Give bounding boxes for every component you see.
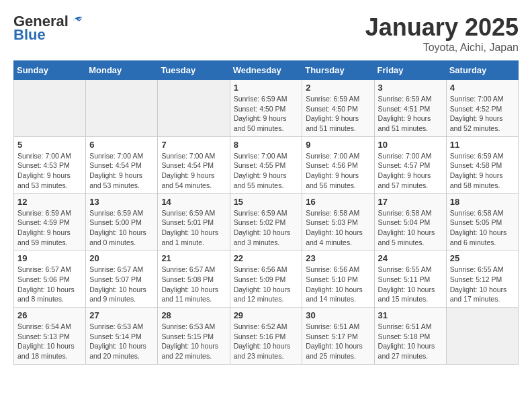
day-detail: Sunrise: 6:57 AM Sunset: 5:07 PM Dayligh… bbox=[89, 265, 154, 304]
day-number: 25 bbox=[450, 253, 515, 263]
day-number: 4 bbox=[450, 83, 515, 93]
calendar-cell: 26Sunrise: 6:54 AM Sunset: 5:13 PM Dayli… bbox=[14, 308, 86, 365]
calendar-cell: 10Sunrise: 7:00 AM Sunset: 4:57 PM Dayli… bbox=[374, 136, 446, 193]
calendar-cell: 12Sunrise: 6:59 AM Sunset: 4:59 PM Dayli… bbox=[14, 193, 86, 250]
day-number: 22 bbox=[234, 253, 299, 263]
day-detail: Sunrise: 6:55 AM Sunset: 5:12 PM Dayligh… bbox=[450, 265, 515, 304]
calendar-cell: 30Sunrise: 6:51 AM Sunset: 5:17 PM Dayli… bbox=[302, 308, 374, 365]
day-detail: Sunrise: 7:00 AM Sunset: 4:55 PM Dayligh… bbox=[234, 151, 299, 191]
day-detail: Sunrise: 6:59 AM Sunset: 4:50 PM Dayligh… bbox=[306, 94, 370, 134]
day-detail: Sunrise: 6:56 AM Sunset: 5:10 PM Dayligh… bbox=[306, 265, 370, 304]
calendar-cell: 14Sunrise: 6:59 AM Sunset: 5:01 PM Dayli… bbox=[158, 193, 230, 250]
page-header: General Blue January 2025 Toyota, Aichi,… bbox=[13, 13, 519, 54]
calendar-cell: 3Sunrise: 6:59 AM Sunset: 4:51 PM Daylig… bbox=[374, 80, 446, 137]
day-number: 9 bbox=[306, 140, 370, 150]
calendar-cell: 8Sunrise: 7:00 AM Sunset: 4:55 PM Daylig… bbox=[230, 136, 302, 193]
day-detail: Sunrise: 6:54 AM Sunset: 5:13 PM Dayligh… bbox=[17, 322, 82, 361]
calendar-cell bbox=[14, 80, 86, 137]
day-detail: Sunrise: 7:00 AM Sunset: 4:52 PM Dayligh… bbox=[450, 94, 515, 134]
weekday-header: Wednesday bbox=[230, 61, 302, 80]
day-number: 30 bbox=[306, 310, 370, 320]
day-detail: Sunrise: 6:57 AM Sunset: 5:08 PM Dayligh… bbox=[161, 265, 226, 304]
day-number: 13 bbox=[89, 197, 154, 207]
day-detail: Sunrise: 6:55 AM Sunset: 5:11 PM Dayligh… bbox=[378, 265, 443, 304]
calendar-cell: 17Sunrise: 6:58 AM Sunset: 5:04 PM Dayli… bbox=[374, 193, 446, 250]
day-number: 3 bbox=[378, 83, 443, 93]
calendar-cell bbox=[446, 308, 518, 365]
calendar-cell: 15Sunrise: 6:59 AM Sunset: 5:02 PM Dayli… bbox=[230, 193, 302, 250]
day-number: 26 bbox=[17, 310, 82, 320]
day-detail: Sunrise: 6:59 AM Sunset: 4:58 PM Dayligh… bbox=[450, 151, 515, 191]
calendar-cell: 25Sunrise: 6:55 AM Sunset: 5:12 PM Dayli… bbox=[446, 250, 518, 308]
calendar-title: January 2025 bbox=[365, 13, 519, 42]
title-block: January 2025 Toyota, Aichi, Japan bbox=[365, 13, 519, 54]
calendar-cell: 24Sunrise: 6:55 AM Sunset: 5:11 PM Dayli… bbox=[374, 250, 446, 308]
day-detail: Sunrise: 6:59 AM Sunset: 5:01 PM Dayligh… bbox=[161, 208, 226, 248]
day-number: 15 bbox=[234, 197, 299, 207]
calendar-cell bbox=[158, 80, 230, 137]
calendar-cell: 16Sunrise: 6:58 AM Sunset: 5:03 PM Dayli… bbox=[302, 193, 374, 250]
day-number: 10 bbox=[378, 140, 443, 150]
day-number: 23 bbox=[306, 253, 370, 263]
day-number: 18 bbox=[450, 197, 515, 207]
calendar-cell: 29Sunrise: 6:52 AM Sunset: 5:16 PM Dayli… bbox=[230, 308, 302, 365]
day-detail: Sunrise: 6:59 AM Sunset: 4:50 PM Dayligh… bbox=[234, 94, 299, 134]
day-detail: Sunrise: 6:59 AM Sunset: 5:02 PM Dayligh… bbox=[234, 208, 299, 248]
calendar-week-row: 5Sunrise: 7:00 AM Sunset: 4:53 PM Daylig… bbox=[14, 136, 519, 193]
day-number: 11 bbox=[450, 140, 515, 150]
day-number: 8 bbox=[234, 140, 299, 150]
day-detail: Sunrise: 6:51 AM Sunset: 5:17 PM Dayligh… bbox=[306, 322, 370, 361]
calendar-subtitle: Toyota, Aichi, Japan bbox=[365, 42, 519, 54]
calendar-cell: 6Sunrise: 7:00 AM Sunset: 4:54 PM Daylig… bbox=[86, 136, 158, 193]
calendar-cell: 18Sunrise: 6:58 AM Sunset: 5:05 PM Dayli… bbox=[446, 193, 518, 250]
calendar-week-row: 1Sunrise: 6:59 AM Sunset: 4:50 PM Daylig… bbox=[14, 80, 519, 137]
day-detail: Sunrise: 6:53 AM Sunset: 5:15 PM Dayligh… bbox=[161, 322, 226, 361]
day-number: 1 bbox=[234, 83, 299, 93]
calendar-cell bbox=[86, 80, 158, 137]
calendar-cell: 4Sunrise: 7:00 AM Sunset: 4:52 PM Daylig… bbox=[446, 80, 518, 137]
calendar-cell: 28Sunrise: 6:53 AM Sunset: 5:15 PM Dayli… bbox=[158, 308, 230, 365]
calendar-week-row: 12Sunrise: 6:59 AM Sunset: 4:59 PM Dayli… bbox=[14, 193, 519, 250]
logo-bird-icon bbox=[70, 13, 85, 28]
weekday-header: Tuesday bbox=[158, 61, 230, 80]
calendar-cell: 20Sunrise: 6:57 AM Sunset: 5:07 PM Dayli… bbox=[86, 250, 158, 308]
day-number: 31 bbox=[378, 310, 443, 320]
day-number: 28 bbox=[161, 310, 226, 320]
calendar-cell: 9Sunrise: 7:00 AM Sunset: 4:56 PM Daylig… bbox=[302, 136, 374, 193]
day-number: 12 bbox=[17, 197, 82, 207]
day-detail: Sunrise: 6:58 AM Sunset: 5:04 PM Dayligh… bbox=[378, 208, 443, 248]
day-detail: Sunrise: 6:52 AM Sunset: 5:16 PM Dayligh… bbox=[234, 322, 299, 361]
day-detail: Sunrise: 7:00 AM Sunset: 4:56 PM Dayligh… bbox=[306, 151, 370, 191]
day-number: 24 bbox=[378, 253, 443, 263]
day-number: 7 bbox=[161, 140, 226, 150]
day-number: 20 bbox=[89, 253, 154, 263]
weekday-header-row: SundayMondayTuesdayWednesdayThursdayFrid… bbox=[14, 61, 519, 80]
calendar-cell: 31Sunrise: 6:51 AM Sunset: 5:18 PM Dayli… bbox=[374, 308, 446, 365]
logo: General Blue bbox=[13, 13, 85, 43]
weekday-header: Monday bbox=[86, 61, 158, 80]
calendar-cell: 21Sunrise: 6:57 AM Sunset: 5:08 PM Dayli… bbox=[158, 250, 230, 308]
day-detail: Sunrise: 7:00 AM Sunset: 4:53 PM Dayligh… bbox=[17, 151, 82, 191]
calendar-cell: 11Sunrise: 6:59 AM Sunset: 4:58 PM Dayli… bbox=[446, 136, 518, 193]
calendar-cell: 2Sunrise: 6:59 AM Sunset: 4:50 PM Daylig… bbox=[302, 80, 374, 137]
calendar-cell: 7Sunrise: 7:00 AM Sunset: 4:54 PM Daylig… bbox=[158, 136, 230, 193]
calendar-week-row: 19Sunrise: 6:57 AM Sunset: 5:06 PM Dayli… bbox=[14, 250, 519, 308]
day-number: 2 bbox=[306, 83, 370, 93]
day-number: 6 bbox=[89, 140, 154, 150]
day-number: 27 bbox=[89, 310, 154, 320]
calendar-cell: 19Sunrise: 6:57 AM Sunset: 5:06 PM Dayli… bbox=[14, 250, 86, 308]
day-detail: Sunrise: 6:59 AM Sunset: 4:59 PM Dayligh… bbox=[17, 208, 82, 248]
day-number: 16 bbox=[306, 197, 370, 207]
calendar-week-row: 26Sunrise: 6:54 AM Sunset: 5:13 PM Dayli… bbox=[14, 308, 519, 365]
day-detail: Sunrise: 6:53 AM Sunset: 5:14 PM Dayligh… bbox=[89, 322, 154, 361]
day-detail: Sunrise: 6:51 AM Sunset: 5:18 PM Dayligh… bbox=[378, 322, 443, 361]
day-number: 17 bbox=[378, 197, 443, 207]
calendar-cell: 27Sunrise: 6:53 AM Sunset: 5:14 PM Dayli… bbox=[86, 308, 158, 365]
day-detail: Sunrise: 6:59 AM Sunset: 4:51 PM Dayligh… bbox=[378, 94, 443, 134]
calendar-cell: 5Sunrise: 7:00 AM Sunset: 4:53 PM Daylig… bbox=[14, 136, 86, 193]
calendar-cell: 23Sunrise: 6:56 AM Sunset: 5:10 PM Dayli… bbox=[302, 250, 374, 308]
day-detail: Sunrise: 6:58 AM Sunset: 5:05 PM Dayligh… bbox=[450, 208, 515, 248]
day-detail: Sunrise: 6:58 AM Sunset: 5:03 PM Dayligh… bbox=[306, 208, 370, 248]
weekday-header: Friday bbox=[374, 61, 446, 80]
day-detail: Sunrise: 6:57 AM Sunset: 5:06 PM Dayligh… bbox=[17, 265, 82, 304]
